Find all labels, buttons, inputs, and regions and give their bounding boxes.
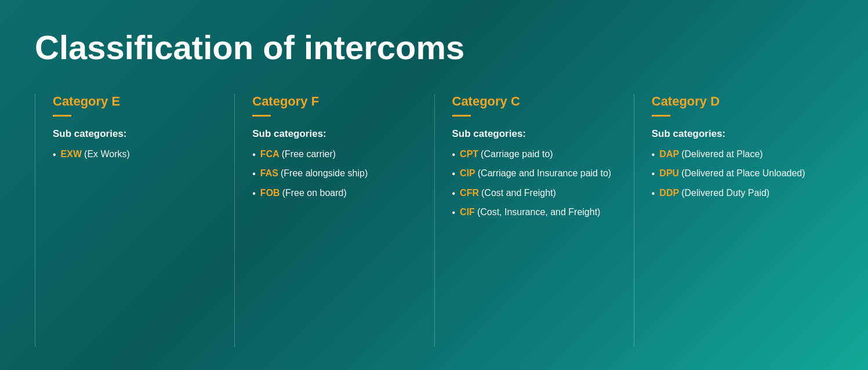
item-content: DDP(Delivered Duty Paid) bbox=[659, 187, 769, 199]
item-code: DDP bbox=[659, 188, 679, 198]
category-f: Category FSub categories:•FCA(Free carri… bbox=[234, 94, 434, 347]
item-content: EXW(Ex Works) bbox=[61, 148, 130, 161]
bullet-icon: • bbox=[452, 206, 456, 219]
item-description: (Free on board) bbox=[282, 188, 347, 198]
item-code: CIF bbox=[460, 207, 475, 217]
list-item: •CPT(Carriage paid to) bbox=[452, 148, 616, 161]
categories-row: Category ESub categories:•EXW(Ex Works)C… bbox=[35, 94, 833, 347]
item-content: DAP(Delivered at Place) bbox=[659, 148, 762, 161]
item-code: DAP bbox=[659, 149, 679, 159]
bullet-icon: • bbox=[252, 148, 256, 161]
category-e-title: Category E bbox=[53, 94, 217, 109]
list-item: •FAS(Free alongside ship) bbox=[252, 167, 416, 180]
list-item: •DAP(Delivered at Place) bbox=[652, 148, 816, 161]
item-content: CFR(Cost and Freight) bbox=[460, 187, 556, 199]
item-code: CPT bbox=[460, 149, 478, 159]
bullet-icon: • bbox=[452, 187, 456, 200]
category-c-divider bbox=[452, 115, 471, 117]
page-container: Classification of intercoms Category ESu… bbox=[0, 0, 868, 370]
item-code: FOB bbox=[260, 188, 280, 198]
bullet-icon: • bbox=[652, 148, 655, 161]
category-c-title: Category C bbox=[452, 94, 616, 109]
item-description: (Free carrier) bbox=[282, 149, 336, 159]
item-description: (Delivered at Place) bbox=[681, 149, 763, 159]
item-description: (Delivered at Place Unloaded) bbox=[681, 168, 805, 178]
bullet-icon: • bbox=[252, 187, 256, 200]
item-code: FAS bbox=[260, 168, 278, 178]
item-description: (Cost and Freight) bbox=[481, 188, 556, 198]
category-e-sub-label: Sub categories: bbox=[53, 128, 217, 140]
list-item: •DPU(Delivered at Place Unloaded) bbox=[652, 167, 816, 180]
category-d-list: •DAP(Delivered at Place)•DPU(Delivered a… bbox=[652, 148, 816, 200]
item-content: FOB(Free on board) bbox=[260, 187, 347, 199]
category-f-sub-label: Sub categories: bbox=[252, 128, 416, 140]
item-content: FAS(Free alongside ship) bbox=[260, 167, 368, 180]
category-e: Category ESub categories:•EXW(Ex Works) bbox=[35, 94, 234, 347]
bullet-icon: • bbox=[652, 168, 655, 180]
bullet-icon: • bbox=[452, 168, 456, 180]
item-description: (Free alongside ship) bbox=[281, 168, 368, 178]
item-content: FCA(Free carrier) bbox=[260, 148, 336, 161]
category-d-divider bbox=[652, 115, 670, 117]
list-item: •CIP(Carriage and Insurance paid to) bbox=[452, 167, 616, 180]
category-e-list: •EXW(Ex Works) bbox=[53, 148, 217, 161]
item-code: EXW bbox=[61, 149, 82, 159]
bullet-icon: • bbox=[252, 168, 256, 180]
category-f-divider bbox=[252, 115, 271, 117]
item-code: FCA bbox=[260, 149, 279, 159]
item-description: (Carriage paid to) bbox=[481, 149, 553, 159]
item-description: (Carriage and Insurance paid to) bbox=[478, 168, 611, 178]
item-description: (Ex Works) bbox=[84, 149, 130, 159]
category-c-sub-label: Sub categories: bbox=[452, 128, 616, 140]
item-content: CIP(Carriage and Insurance paid to) bbox=[460, 167, 611, 180]
list-item: •DDP(Delivered Duty Paid) bbox=[652, 187, 816, 200]
bullet-icon: • bbox=[452, 148, 456, 161]
item-content: CPT(Carriage paid to) bbox=[460, 148, 553, 161]
list-item: •EXW(Ex Works) bbox=[53, 148, 217, 161]
category-f-title: Category F bbox=[252, 94, 416, 109]
list-item: •FOB(Free on board) bbox=[252, 187, 416, 200]
category-c: Category CSub categories:•CPT(Carriage p… bbox=[434, 94, 634, 347]
list-item: •FCA(Free carrier) bbox=[252, 148, 416, 161]
list-item: •CIF(Cost, Insurance, and Freight) bbox=[452, 206, 616, 219]
bullet-icon: • bbox=[53, 148, 56, 161]
category-e-divider bbox=[53, 115, 71, 117]
category-c-list: •CPT(Carriage paid to)•CIP(Carriage and … bbox=[452, 148, 616, 220]
item-content: CIF(Cost, Insurance, and Freight) bbox=[460, 206, 600, 219]
category-f-list: •FCA(Free carrier)•FAS(Free alongside sh… bbox=[252, 148, 416, 200]
item-description: (Delivered Duty Paid) bbox=[681, 188, 769, 198]
list-item: •CFR(Cost and Freight) bbox=[452, 187, 616, 200]
page-title: Classification of intercoms bbox=[35, 29, 833, 66]
category-d: Category DSub categories:•DAP(Delivered … bbox=[634, 94, 833, 347]
bullet-icon: • bbox=[652, 187, 655, 200]
item-code: CIP bbox=[460, 168, 475, 178]
item-code: CFR bbox=[460, 188, 479, 198]
category-d-sub-label: Sub categories: bbox=[652, 128, 816, 140]
item-code: DPU bbox=[659, 168, 679, 178]
category-d-title: Category D bbox=[652, 94, 816, 109]
item-content: DPU(Delivered at Place Unloaded) bbox=[659, 167, 805, 180]
item-description: (Cost, Insurance, and Freight) bbox=[477, 207, 601, 217]
